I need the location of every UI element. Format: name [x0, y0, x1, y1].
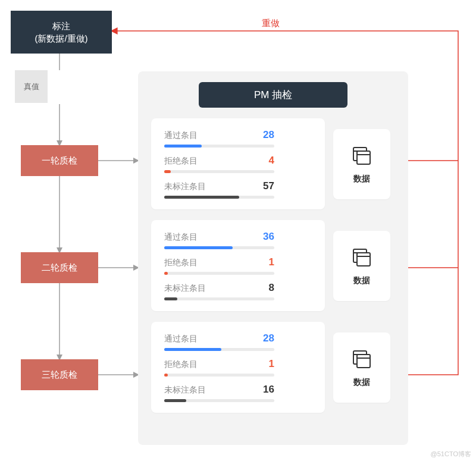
- data-box-1: 数据: [333, 129, 390, 199]
- svg-rect-16: [357, 253, 370, 266]
- ground-truth-box: 真值: [15, 70, 48, 103]
- windows-icon: [350, 246, 374, 269]
- reject-value-3: 1: [269, 358, 274, 370]
- pass-value-3: 28: [263, 333, 274, 344]
- pm-panel-title: PM 抽检: [199, 82, 347, 108]
- unlabeled-label: 未标注条目: [164, 181, 206, 192]
- round-2-label: 二轮质检: [42, 262, 77, 274]
- pass-label: 通过条目: [164, 130, 198, 141]
- windows-icon: [350, 144, 374, 168]
- reject-value-1: 4: [269, 155, 274, 167]
- data-box-3: 数据: [333, 333, 390, 403]
- unlabeled-value-3: 16: [263, 384, 274, 396]
- pm-card-1: 通过条目 28 拒绝条目 4 未标注条目 57 数据: [151, 118, 325, 209]
- unlabeled-value-2: 8: [269, 282, 274, 294]
- pm-card-3: 通过条目 28 拒绝条目 1 未标注条目 16 数据: [151, 322, 325, 413]
- svg-rect-20: [357, 355, 370, 368]
- round-3-label: 三轮质检: [42, 369, 77, 381]
- unlabeled-value-1: 57: [263, 180, 274, 192]
- data-label-1: 数据: [353, 174, 370, 184]
- reject-bar-1: [164, 170, 274, 173]
- annotate-box: 标注 (新数据/重做): [11, 11, 112, 54]
- round-2-box: 二轮质检: [21, 252, 98, 283]
- watermark: @51CTO博客: [431, 450, 471, 459]
- pass-value-1: 28: [263, 129, 274, 141]
- data-box-2: 数据: [333, 231, 390, 301]
- pass-value-2: 36: [263, 231, 274, 243]
- round-3-box: 三轮质检: [21, 359, 98, 390]
- redo-label: 重做: [262, 18, 280, 29]
- reject-value-2: 1: [269, 256, 274, 268]
- round-1-label: 一轮质检: [42, 155, 77, 167]
- reject-label: 拒绝条目: [164, 156, 198, 167]
- windows-icon: [350, 347, 374, 371]
- svg-rect-12: [357, 151, 370, 164]
- unlabeled-bar-1: [164, 196, 274, 199]
- pm-panel: PM 抽检 通过条目 28 拒绝条目 4 未标注条目 57 数据: [138, 71, 408, 445]
- ground-truth-label: 真值: [24, 81, 39, 92]
- pass-bar-1: [164, 145, 274, 148]
- round-1-box: 一轮质检: [21, 145, 98, 176]
- annotate-line1: 标注: [52, 20, 70, 32]
- pm-card-2: 通过条目 36 拒绝条目 1 未标注条目 8 数据: [151, 220, 325, 311]
- annotate-line2: (新数据/重做): [35, 32, 87, 45]
